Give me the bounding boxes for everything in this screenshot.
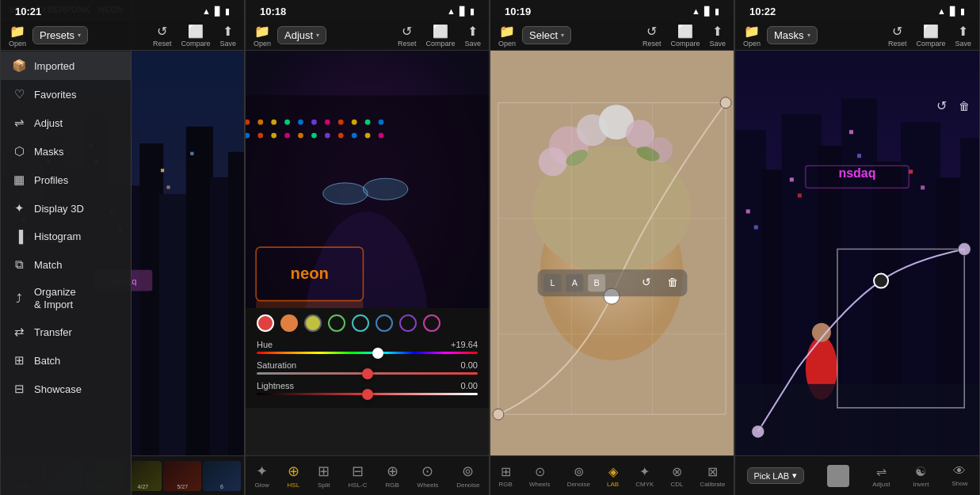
hue-value: +19.64 bbox=[451, 340, 478, 349]
reset-button-3[interactable]: ↺ Reset bbox=[643, 24, 662, 48]
color-circle-yellow[interactable] bbox=[304, 314, 322, 332]
saturation-label: Saturation bbox=[257, 360, 296, 370]
display3d-label: Display 3D bbox=[34, 203, 84, 215]
save-button-2[interactable]: ⬆ Save bbox=[464, 24, 481, 48]
nav3-denoise[interactable]: ⊚ Denoise bbox=[567, 464, 590, 488]
compare-button-2[interactable]: ⬜ Compare bbox=[425, 24, 455, 48]
svg-text:🗑: 🗑 bbox=[959, 100, 970, 112]
phone-1: 10:21 ▲ ▊ ▮ 📁 Open Presets ▾ ↺ Reset ⬜ bbox=[0, 0, 245, 495]
save-button-3[interactable]: ⬆ Save bbox=[709, 24, 726, 48]
open-button-1[interactable]: 📁 Open bbox=[9, 24, 26, 48]
imported-label: Imported bbox=[34, 60, 74, 72]
status-time-4: 10:22 bbox=[749, 6, 776, 17]
nav3-cdl[interactable]: ⊗ CDL bbox=[670, 464, 683, 488]
svg-point-38 bbox=[365, 120, 371, 125]
menu-item-histogram[interactable]: ▐ Histogram bbox=[1, 223, 131, 250]
gray-swatch[interactable] bbox=[827, 465, 849, 487]
nav-hslc[interactable]: ⊟ HSL-C bbox=[348, 463, 367, 489]
reset-button-4[interactable]: ↺ Reset bbox=[888, 24, 907, 48]
menu-item-adjust[interactable]: ⇌ Adjust bbox=[1, 109, 131, 137]
compare-icon-4: ⬜ bbox=[923, 24, 939, 39]
hue-thumb[interactable] bbox=[372, 348, 383, 359]
menu-item-match[interactable]: ⧉ Match bbox=[1, 250, 131, 279]
nav3-wheels[interactable]: ⊙ Wheels bbox=[529, 464, 551, 488]
compare-button-1[interactable]: ⬜ Compare bbox=[181, 24, 210, 48]
masks-icon: ⬡ bbox=[12, 144, 26, 158]
select-dropdown[interactable]: Select ▾ bbox=[522, 26, 571, 44]
save-button-1[interactable]: ⬆ Save bbox=[219, 24, 236, 48]
invert-icon: ☯ bbox=[915, 464, 926, 479]
thumb-5[interactable]: 5/27 bbox=[163, 461, 201, 491]
lightness-track[interactable] bbox=[257, 393, 478, 395]
saturation-slider-row: Saturation 0.00 bbox=[257, 360, 478, 375]
adjust-dropdown[interactable]: Adjust ▾ bbox=[277, 26, 326, 44]
reset-button-2[interactable]: ↺ Reset bbox=[398, 24, 417, 48]
chevron-down-icon-4: ▾ bbox=[807, 32, 810, 39]
svg-rect-103 bbox=[909, 169, 913, 173]
nav-glow[interactable]: ✦ Glow bbox=[254, 463, 269, 489]
color-circle-aqua[interactable] bbox=[352, 314, 369, 332]
signal-icon-3: ▊ bbox=[704, 6, 711, 17]
svg-rect-22 bbox=[161, 169, 164, 172]
color-circle-green[interactable] bbox=[328, 314, 345, 332]
menu-item-batch[interactable]: ⊞ Batch bbox=[1, 346, 131, 375]
hue-track[interactable] bbox=[257, 352, 478, 354]
wheels-icon-3: ⊙ bbox=[535, 464, 545, 479]
nav4-show[interactable]: 👁 Show bbox=[951, 464, 967, 487]
bottom-nav-4: Pick LAB ▾ ⇌ Adjust ☯ Invert 👁 Show bbox=[735, 455, 979, 495]
color-circle-purple[interactable] bbox=[399, 314, 417, 332]
open-button-2[interactable]: 📁 Open bbox=[254, 24, 271, 48]
open-button-3[interactable]: 📁 Open bbox=[498, 24, 516, 48]
color-circle-red[interactable] bbox=[257, 314, 274, 332]
open-button-4[interactable]: 📁 Open bbox=[743, 24, 761, 48]
nav-rgb[interactable]: ⊕ RGB bbox=[385, 463, 398, 489]
menu-item-transfer[interactable]: ⇄ Transfer bbox=[1, 318, 131, 346]
menu-item-masks[interactable]: ⬡ Masks bbox=[1, 137, 131, 166]
photo-bg-4: nsdaq Ci bbox=[735, 51, 979, 455]
nav-hsl[interactable]: ⊕ HSL bbox=[288, 463, 300, 489]
nav3-lab[interactable]: ◈ LAB bbox=[607, 464, 619, 488]
compare-button-4[interactable]: ⬜ Compare bbox=[916, 24, 945, 48]
thumb-label-4: 4/27 bbox=[138, 484, 149, 489]
toolbar-left-3: 📁 Open Select ▾ bbox=[498, 24, 571, 48]
pick-lab-button[interactable]: Pick LAB ▾ bbox=[747, 467, 805, 484]
toolbar-right-3: ↺ Reset ⬜ Compare ⬆ Save bbox=[643, 24, 726, 48]
menu-item-imported[interactable]: 📦 Imported bbox=[1, 51, 131, 80]
menu-item-organize[interactable]: ⤴ Organize& Import bbox=[1, 279, 131, 318]
histogram-icon: ▐ bbox=[12, 230, 26, 243]
save-icon-3: ⬆ bbox=[712, 24, 723, 39]
profiles-label: Profiles bbox=[34, 174, 68, 186]
rgb-icon-3: ⊞ bbox=[501, 464, 511, 479]
color-circle-blue[interactable] bbox=[376, 314, 393, 332]
thumb-6[interactable]: 6 bbox=[203, 461, 241, 491]
hsl-controls: Hue +19.64 Saturation 0.00 Lightness 0.0… bbox=[246, 308, 489, 408]
reset-button-1[interactable]: ↺ Reset bbox=[153, 24, 172, 48]
svg-point-73 bbox=[493, 409, 504, 420]
nav-split[interactable]: ⊞ Split bbox=[318, 463, 330, 489]
nav3-cmyk[interactable]: ✦ CMYK bbox=[635, 464, 654, 488]
nav4-invert[interactable]: ☯ Invert bbox=[913, 464, 929, 488]
saturation-track[interactable] bbox=[257, 372, 478, 375]
svg-point-48 bbox=[352, 133, 357, 139]
menu-item-favorites[interactable]: ♡ Favorites bbox=[1, 80, 131, 109]
color-circle-orange[interactable] bbox=[280, 314, 298, 332]
save-button-4[interactable]: ⬆ Save bbox=[955, 24, 971, 48]
presets-dropdown[interactable]: Presets ▾ bbox=[32, 26, 88, 44]
toolbar-right-2: ↺ Reset ⬜ Compare ⬆ Save bbox=[398, 24, 481, 48]
color-circle-magenta[interactable] bbox=[423, 314, 440, 332]
lightness-thumb[interactable] bbox=[362, 389, 373, 400]
menu-items-list: ⊙ Presets 📦 Imported ♡ Favorites ⇌ Adjus… bbox=[1, 20, 131, 406]
menu-item-display3d[interactable]: ✦ Display 3D bbox=[1, 194, 131, 223]
nav3-rgb[interactable]: ⊞ RGB bbox=[499, 464, 513, 488]
menu-item-profiles[interactable]: ▦ Profiles bbox=[1, 166, 131, 194]
nav-denoise[interactable]: ⊚ Denoise bbox=[456, 463, 479, 489]
compare-button-3[interactable]: ⬜ Compare bbox=[670, 24, 700, 48]
menu-item-showcase[interactable]: ⊟ Showcase bbox=[1, 375, 131, 403]
saturation-thumb[interactable] bbox=[362, 368, 373, 379]
wifi-icon: ▲ bbox=[202, 6, 211, 16]
nav4-adjust[interactable]: ⇌ Adjust bbox=[872, 464, 890, 488]
nav-wheels[interactable]: ⊙ Wheels bbox=[418, 463, 439, 489]
masks-dropdown[interactable]: Masks ▾ bbox=[767, 26, 818, 44]
nav3-calibrate[interactable]: ⊠ Calibrate bbox=[700, 464, 725, 488]
folder-icon-4: 📁 bbox=[744, 24, 760, 39]
